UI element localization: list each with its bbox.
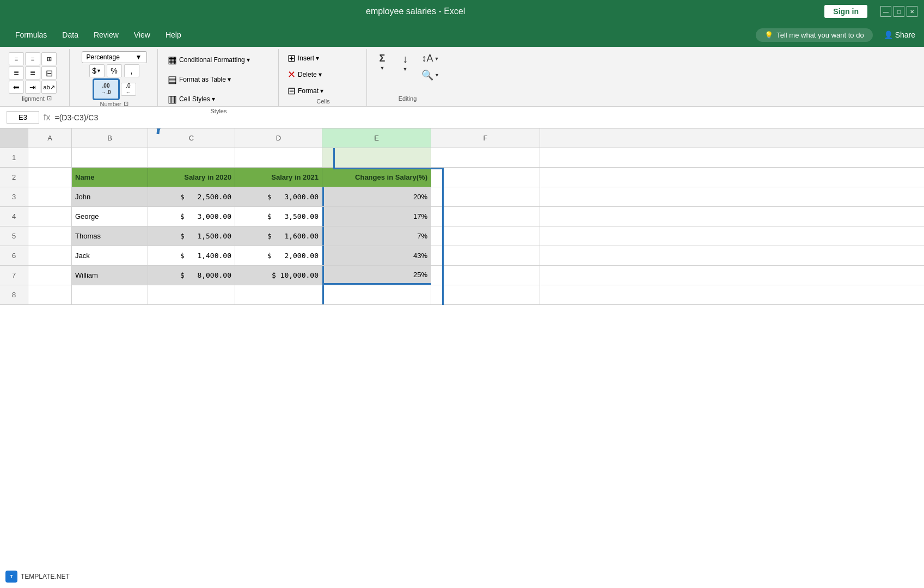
cell-e1[interactable] xyxy=(322,148,431,167)
cell-b4[interactable]: George xyxy=(72,207,148,226)
cell-d6[interactable]: $ 2,000.00 xyxy=(235,246,322,265)
cell-f7[interactable] xyxy=(431,266,540,285)
cell-f4[interactable] xyxy=(431,207,540,226)
cell-e4[interactable]: 17% xyxy=(322,207,431,226)
share-button[interactable]: 👤 Share xyxy=(884,30,915,39)
cell-d2[interactable]: Salary in 2021 xyxy=(235,168,322,187)
number-dialog-launcher[interactable]: ⊡ xyxy=(124,100,128,107)
format-button[interactable]: ⊟ Format ▾ xyxy=(284,84,327,98)
cell-e5[interactable]: 7% xyxy=(322,226,431,246)
cell-e8[interactable] xyxy=(322,285,431,304)
cell-a5[interactable] xyxy=(28,226,72,246)
cell-f2[interactable] xyxy=(431,168,540,187)
minimize-button[interactable]: — xyxy=(880,6,891,17)
cell-d7[interactable]: $ 10,000.00 xyxy=(235,266,322,285)
insert-button[interactable]: ⊞ Insert ▾ xyxy=(284,51,322,65)
cell-e6[interactable]: 43% xyxy=(322,246,431,265)
cell-e2[interactable]: Changes in Salary(%) xyxy=(322,168,431,187)
col-header-c[interactable]: C xyxy=(148,128,235,148)
cell-c6[interactable]: $ 1,400.00 xyxy=(148,246,235,265)
col-header-f[interactable]: F xyxy=(431,128,540,148)
col-header-b[interactable]: B xyxy=(72,128,148,148)
cell-b8[interactable] xyxy=(72,285,148,304)
cell-styles-button[interactable]: ▥ Cell Styles ▾ xyxy=(163,91,219,107)
find-select-button[interactable]: 🔍 ▼ xyxy=(418,68,443,83)
menu-review[interactable]: Review xyxy=(87,27,125,42)
autosum-button[interactable]: Σ ▼ xyxy=(372,51,392,72)
cell-c7[interactable]: $ 8,000.00 xyxy=(148,266,235,285)
row-header-8[interactable]: 8 xyxy=(0,285,28,305)
row-header-6[interactable]: 6 xyxy=(0,246,28,266)
conditional-formatting-button[interactable]: ▦ Conditional Formatting ▾ xyxy=(163,52,254,68)
cell-f8[interactable] xyxy=(431,285,540,304)
cell-f5[interactable] xyxy=(431,226,540,246)
row-header-4[interactable]: 4 xyxy=(0,207,28,226)
merge-btn[interactable]: ⊟ xyxy=(41,66,57,79)
sort-filter-button[interactable]: ↕A ▼ xyxy=(418,51,443,66)
cell-a1[interactable] xyxy=(28,148,72,167)
cell-a8[interactable] xyxy=(28,285,72,304)
tell-me-box[interactable]: 💡 Tell me what you want to do xyxy=(756,28,872,42)
cell-a2[interactable] xyxy=(28,168,72,187)
cell-c1[interactable] xyxy=(148,148,235,167)
cell-b5[interactable]: Thomas xyxy=(72,226,148,246)
col-header-e[interactable]: E xyxy=(322,128,431,148)
cell-d8[interactable] xyxy=(235,285,322,304)
close-button[interactable]: ✕ xyxy=(907,6,917,17)
cell-c4[interactable]: $ 3,000.00 xyxy=(148,207,235,226)
format-as-table-button[interactable]: ▤ Format as Table ▾ xyxy=(163,72,235,87)
cell-c2[interactable]: Salary in 2020 xyxy=(148,168,235,187)
cell-a7[interactable] xyxy=(28,266,72,285)
cell-b6[interactable]: Jack xyxy=(72,246,148,265)
sign-in-button[interactable]: Sign in xyxy=(824,5,867,18)
number-format-dropdown[interactable]: Percentage ▼ xyxy=(82,51,147,63)
delete-button[interactable]: ✕ Delete ▾ xyxy=(284,68,325,82)
decrease-decimal-button[interactable]: .00 →.0 xyxy=(93,78,120,100)
percent-button[interactable]: % xyxy=(107,64,122,77)
indent-decrease-btn[interactable]: ⬅ xyxy=(9,81,24,94)
col-header-a[interactable]: A xyxy=(28,128,72,148)
cell-e3[interactable]: 20% xyxy=(322,187,431,206)
cell-c8[interactable] xyxy=(148,285,235,304)
menu-view[interactable]: View xyxy=(127,27,157,42)
cell-d1[interactable] xyxy=(235,148,322,167)
fill-button[interactable]: ↓ ▼ xyxy=(395,51,415,74)
cell-a3[interactable] xyxy=(28,187,72,206)
cell-c3[interactable]: $ 2,500.00 xyxy=(148,187,235,206)
maximize-button[interactable]: □ xyxy=(894,6,904,17)
alignment-dialog-launcher[interactable]: ⊡ xyxy=(47,95,52,102)
row-header-5[interactable]: 5 xyxy=(0,226,28,246)
cell-b2[interactable]: Name xyxy=(72,168,148,187)
cell-b3[interactable]: John xyxy=(72,187,148,206)
menu-data[interactable]: Data xyxy=(56,27,85,42)
cell-d3[interactable]: $ 3,000.00 xyxy=(235,187,322,206)
comma-button[interactable]: , xyxy=(124,64,139,77)
cell-f1[interactable] xyxy=(431,148,540,167)
col-header-d[interactable]: D xyxy=(235,128,322,148)
wrap-text-btn[interactable]: ⊞ xyxy=(41,52,57,65)
align-mid-left-btn[interactable]: ≡ xyxy=(9,66,24,79)
currency-button[interactable]: $ ▼ xyxy=(89,64,105,77)
row-header-3[interactable]: 3 xyxy=(0,187,28,207)
cell-a4[interactable] xyxy=(28,207,72,226)
cell-d5[interactable]: $ 1,600.00 xyxy=(235,226,322,246)
cell-f3[interactable] xyxy=(431,187,540,206)
cell-c5[interactable]: $ 1,500.00 xyxy=(148,226,235,246)
cell-e7[interactable]: 25% xyxy=(322,266,431,285)
orientation-btn[interactable]: ab↗ xyxy=(41,81,57,94)
indent-increase-btn[interactable]: ⇥ xyxy=(25,81,40,94)
align-top-left-btn[interactable]: ≡ xyxy=(9,52,24,65)
cell-reference-box[interactable]: E3 xyxy=(7,111,39,124)
menu-formulas[interactable]: Formulas xyxy=(9,27,53,42)
increase-decimal-button[interactable]: .0 ← xyxy=(121,83,136,96)
cell-d4[interactable]: $ 3,500.00 xyxy=(235,207,322,226)
align-top-center-btn[interactable]: ≡ xyxy=(25,52,40,65)
menu-help[interactable]: Help xyxy=(159,27,188,42)
cell-f6[interactable] xyxy=(431,246,540,265)
cell-b1[interactable] xyxy=(72,148,148,167)
row-header-7[interactable]: 7 xyxy=(0,266,28,285)
row-header-1[interactable]: 1 xyxy=(0,148,28,168)
align-mid-center-btn[interactable]: ≡ xyxy=(25,66,40,79)
row-header-2[interactable]: 2 xyxy=(0,168,28,187)
cell-a6[interactable] xyxy=(28,246,72,265)
